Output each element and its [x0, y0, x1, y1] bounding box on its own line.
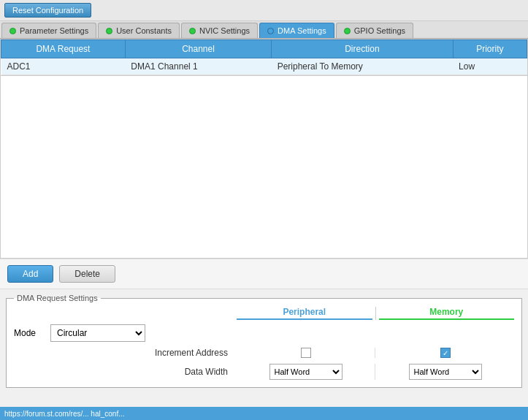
dma-table-container: DMA Request Channel Direction Priority A… [0, 39, 528, 76]
tab-label-gpio-settings: GPIO Settings [354, 26, 405, 35]
data-width-label: Data Width [14, 367, 237, 377]
status-bar: https://forum.st.com/res/... hal_conf... [0, 407, 528, 420]
dma-table: DMA Request Channel Direction Priority A… [1, 39, 527, 75]
cell-dma-request: ADC1 [1, 58, 126, 75]
memory-data-width-select[interactable]: Half Word [409, 364, 482, 380]
tab-dot-nvic [189, 28, 196, 34]
empty-data-area [0, 76, 528, 259]
mode-select[interactable]: Circular [50, 324, 145, 342]
tab-nvic-settings[interactable]: NVIC Settings [181, 23, 258, 38]
reset-configuration-button[interactable]: Reset Configuration [4, 3, 91, 18]
tab-dot-parameter [9, 28, 16, 34]
add-button[interactable]: Add [7, 265, 53, 283]
status-text: https://forum.st.com/res/... hal_conf... [4, 410, 125, 418]
dma-request-settings: DMA Request Settings Peripheral Memory M… [6, 294, 522, 388]
col-header-direction: Direction [272, 40, 453, 58]
buttons-row: Add Delete [0, 259, 528, 289]
col-header-dma-request: DMA Request [1, 40, 126, 58]
settings-legend: DMA Request Settings [14, 294, 101, 302]
tab-dot-user-constants [106, 28, 112, 34]
tab-label-nvic-settings: NVIC Settings [199, 26, 250, 35]
col-header-priority: Priority [453, 40, 527, 58]
tab-gpio-settings[interactable]: GPIO Settings [336, 23, 413, 38]
peripheral-data-width-select[interactable]: Half Word [269, 364, 343, 380]
tab-dot-dma [267, 28, 274, 34]
col-header-channel: Channel [125, 40, 271, 58]
memory-header: Memory [379, 307, 515, 320]
tab-dot-gpio [344, 28, 351, 34]
mode-label: Mode [14, 328, 50, 338]
top-bar: Reset Configuration [0, 0, 528, 21]
cell-channel: DMA1 Channel 1 [125, 58, 271, 75]
delete-button[interactable]: Delete [59, 265, 115, 283]
tab-parameter-settings[interactable]: Parameter Settings [1, 23, 96, 38]
increment-address-label: Increment Address [14, 348, 237, 358]
tabs-row: Parameter Settings User Constants NVIC S… [0, 21, 528, 39]
cell-direction: Peripheral To Memory [272, 58, 453, 75]
tab-label-user-constants: User Constants [116, 26, 172, 35]
tab-dma-settings[interactable]: DMA Settings [259, 23, 334, 38]
checkmark-icon: ✓ [443, 349, 448, 357]
tab-label-parameter-settings: Parameter Settings [20, 26, 88, 35]
table-row[interactable]: ADC1 DMA1 Channel 1 Peripheral To Memory… [1, 58, 527, 75]
peripheral-increment-checkbox[interactable] [301, 348, 311, 358]
cell-priority: Low [453, 58, 527, 75]
peripheral-header: Peripheral [237, 307, 372, 320]
tab-label-dma-settings: DMA Settings [278, 26, 326, 35]
tab-user-constants[interactable]: User Constants [98, 23, 180, 38]
memory-increment-checkbox[interactable]: ✓ [440, 348, 451, 358]
